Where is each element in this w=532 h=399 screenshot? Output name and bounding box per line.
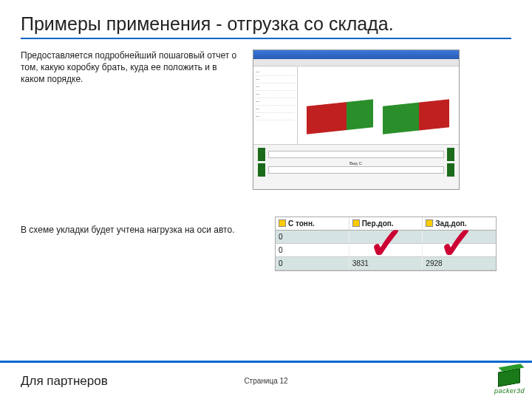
app-screenshot: ——————— Вид С — [253, 50, 460, 190]
cargo-render-right — [383, 99, 449, 134]
col-header-front: Пер.доп. — [349, 217, 423, 230]
slide-title: Примеры применения - отгрузка со склада. — [21, 13, 511, 39]
footer-audience: Для партнеров — [21, 374, 108, 389]
brand-name: packer3d — [494, 387, 525, 395]
render-panel: Вид С — [298, 66, 459, 144]
col-header-tons: С тонн. — [276, 217, 349, 230]
window-titlebar — [253, 50, 459, 59]
rear-axle-icon — [426, 219, 433, 227]
axle-load-table: С тонн. Пер.доп. Зад.доп. 0 0 038312928 … — [275, 216, 497, 271]
tree-panel: ——————— — [253, 66, 298, 144]
table-row: 0 — [276, 231, 496, 244]
footer: Для партнеров Страница 12 packer3d — [0, 361, 532, 399]
render-caption: Вид С — [349, 161, 362, 166]
footer-page-number: Страница 12 — [244, 377, 287, 385]
table-row: 038312928 — [276, 257, 496, 270]
cube-icon — [498, 368, 520, 386]
weight-icon — [279, 219, 286, 227]
table-row: 0 — [276, 244, 496, 257]
front-axle-icon — [352, 219, 360, 227]
cargo-render-left — [307, 99, 373, 134]
table-header-row: С тонн. Пер.доп. Зад.доп. — [276, 217, 496, 231]
paragraph-1: Предоставляется подробнейший пошаговый о… — [21, 50, 242, 190]
paragraph-2: В схеме укладки будет учтена нагрузка на… — [21, 216, 265, 236]
profile-panel — [253, 144, 459, 188]
brand-logo: packer3d — [494, 370, 525, 395]
window-toolbar — [253, 59, 459, 66]
col-header-rear: Зад.доп. — [423, 217, 496, 230]
